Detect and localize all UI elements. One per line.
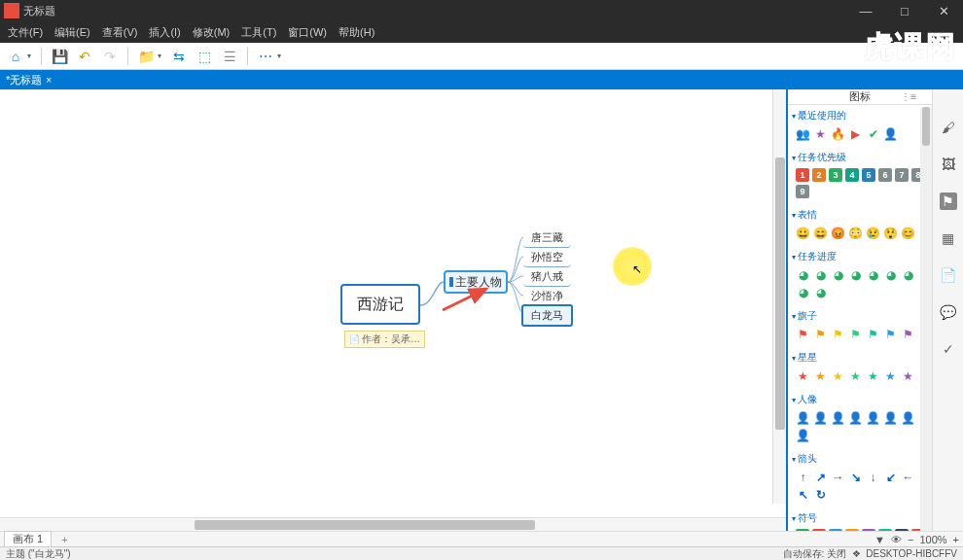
rail-task-icon[interactable]: ▦ xyxy=(940,229,957,247)
priority-icon[interactable]: 7 xyxy=(895,168,909,182)
smiley-icon[interactable]: 😳 xyxy=(848,226,863,240)
smiley-icon[interactable]: 😄 xyxy=(813,226,828,240)
menu-edit[interactable]: 编辑(E) xyxy=(51,23,94,42)
flag-icon[interactable]: ⚑ xyxy=(883,327,898,341)
star-icon[interactable]: ★ xyxy=(866,368,880,383)
save-icon[interactable]: 💾 xyxy=(52,49,67,64)
smiley-icon[interactable]: 😢 xyxy=(866,226,880,240)
symbol-icon[interactable]: ✔ xyxy=(878,529,892,531)
priority-icon[interactable]: 2 xyxy=(812,168,826,182)
progress-icon[interactable]: ◕ xyxy=(901,267,915,282)
priority-icon[interactable]: 1 xyxy=(796,168,809,182)
progress-icon[interactable]: ◕ xyxy=(848,267,863,282)
flag-icon[interactable]: ⚑ xyxy=(901,327,915,341)
person-icon[interactable]: 👤 xyxy=(866,410,880,425)
sheet-tab[interactable]: 画布 1 xyxy=(4,531,52,547)
progress-icon[interactable]: ◕ xyxy=(813,267,828,282)
section-symbols[interactable]: 符号 xyxy=(792,509,928,527)
mindmap-root-node[interactable]: 西游记 xyxy=(340,284,420,325)
person-icon[interactable]: 👤 xyxy=(901,410,915,425)
flag-icon[interactable]: ⚑ xyxy=(831,327,845,341)
minimize-button[interactable]: — xyxy=(846,0,885,21)
recent-icon[interactable]: ▶ xyxy=(848,126,863,141)
recent-icon[interactable]: 👤 xyxy=(883,126,898,141)
person-icon[interactable]: 👤 xyxy=(831,410,845,425)
star-icon[interactable]: ★ xyxy=(901,368,915,383)
priority-icon[interactable]: 5 xyxy=(862,168,875,182)
add-sheet-button[interactable]: + xyxy=(55,534,73,545)
folder-dropdown[interactable]: ▾ xyxy=(158,52,161,60)
person-icon[interactable]: 👤 xyxy=(813,410,828,425)
more-dropdown[interactable]: ▾ xyxy=(277,52,281,60)
rail-image-icon[interactable]: 🖼 xyxy=(940,156,957,173)
mindmap-leaf-node[interactable]: 唐三藏 xyxy=(523,228,571,248)
section-priority[interactable]: 任务优先级 xyxy=(792,149,928,166)
person-icon[interactable]: 👤 xyxy=(796,428,810,442)
section-flags[interactable]: 旗子 xyxy=(792,307,928,325)
list-icon[interactable]: ☰ xyxy=(222,49,237,64)
star-icon[interactable]: ★ xyxy=(813,368,828,383)
priority-icon[interactable]: 3 xyxy=(829,168,842,182)
priority-icon[interactable]: 9 xyxy=(796,185,809,198)
home-icon[interactable]: ⌂ xyxy=(8,49,23,64)
star-icon[interactable]: ★ xyxy=(796,368,810,383)
folder-icon[interactable]: 📁 xyxy=(138,49,154,64)
scrollbar-thumb[interactable] xyxy=(922,107,930,146)
mindmap-leaf-node[interactable]: 猪八戒 xyxy=(523,267,571,287)
arrow-icon[interactable]: ↖ xyxy=(796,487,810,502)
mindmap-canvas[interactable]: 西游记 📄 作者：吴承… 主要人物 唐三藏 孙悟空 猪八戒 沙悟净 白龙马 ↖ xyxy=(0,89,786,517)
arrow-icon[interactable]: ↑ xyxy=(796,470,810,484)
canvas-scrollbar-horizontal[interactable] xyxy=(0,517,786,531)
progress-icon[interactable]: ◕ xyxy=(796,285,810,299)
priority-icon[interactable]: 6 xyxy=(878,168,892,182)
mindmap-leaf-node[interactable]: 沙悟净 xyxy=(523,287,571,306)
mindmap-leaf-node-selected[interactable]: 白龙马 xyxy=(521,304,573,327)
rail-format-icon[interactable]: 🖌 xyxy=(940,119,957,136)
view-icon[interactable]: 👁 xyxy=(891,534,902,545)
symbol-icon[interactable]: ✈ xyxy=(895,529,909,531)
smiley-icon[interactable]: 😡 xyxy=(831,226,845,240)
zoom-out-button[interactable]: − xyxy=(908,534,913,545)
flag-icon[interactable]: ⚑ xyxy=(848,327,863,341)
arrow-icon[interactable]: ↙ xyxy=(883,470,898,484)
star-icon[interactable]: ★ xyxy=(883,368,898,383)
root-note[interactable]: 📄 作者：吴承… xyxy=(344,331,425,348)
menu-insert[interactable]: 插入(I) xyxy=(145,23,184,42)
arrow-icon[interactable]: ↓ xyxy=(866,470,880,484)
rail-notes-icon[interactable]: 📄 xyxy=(940,266,957,284)
home-dropdown[interactable]: ▾ xyxy=(27,52,31,60)
section-people[interactable]: 人像 xyxy=(792,391,928,408)
panel-scrollbar[interactable] xyxy=(920,107,932,531)
undo-icon[interactable]: ↶ xyxy=(77,49,92,64)
person-icon[interactable]: 👤 xyxy=(883,410,898,425)
more-icon[interactable]: ⋯ xyxy=(258,49,273,64)
mindmap-leaf-node[interactable]: 孙悟空 xyxy=(523,248,571,267)
scrollbar-thumb[interactable] xyxy=(195,520,535,530)
rail-comment-icon[interactable]: 💬 xyxy=(940,303,957,321)
canvas-scrollbar-vertical[interactable] xyxy=(772,89,786,504)
progress-icon[interactable]: ◕ xyxy=(796,267,810,282)
rail-marker-icon[interactable]: ⚑ xyxy=(940,192,957,210)
arrow-icon[interactable]: ← xyxy=(901,470,915,484)
arrow-icon[interactable]: ↘ xyxy=(848,470,863,484)
symbol-icon[interactable]: ━ xyxy=(812,529,826,531)
close-button[interactable]: ✕ xyxy=(924,0,963,21)
flag-icon[interactable]: ⚑ xyxy=(866,327,880,341)
symbol-icon[interactable]: ✚ xyxy=(796,529,809,531)
flag-icon[interactable]: ⚑ xyxy=(796,327,810,341)
progress-icon[interactable]: ◕ xyxy=(866,267,880,282)
tab-close-icon[interactable]: × xyxy=(46,75,52,86)
section-stars[interactable]: 星星 xyxy=(792,349,928,367)
document-tab[interactable]: *无标题 × xyxy=(0,71,57,89)
menu-help[interactable]: 帮助(H) xyxy=(335,23,378,42)
symbol-icon[interactable]: ✖ xyxy=(862,529,875,531)
share-icon[interactable]: ⇆ xyxy=(171,49,187,64)
menu-view[interactable]: 查看(V) xyxy=(98,23,142,42)
progress-icon[interactable]: ◕ xyxy=(831,267,845,282)
menu-window[interactable]: 窗口(W) xyxy=(284,23,331,42)
smiley-icon[interactable]: 😀 xyxy=(796,226,810,240)
arrow-icon[interactable]: → xyxy=(831,470,845,484)
recent-icon[interactable]: 🔥 xyxy=(831,126,845,141)
smiley-icon[interactable]: 😲 xyxy=(883,226,898,240)
panel-menu-icon[interactable]: ⋮≡ xyxy=(901,91,916,102)
